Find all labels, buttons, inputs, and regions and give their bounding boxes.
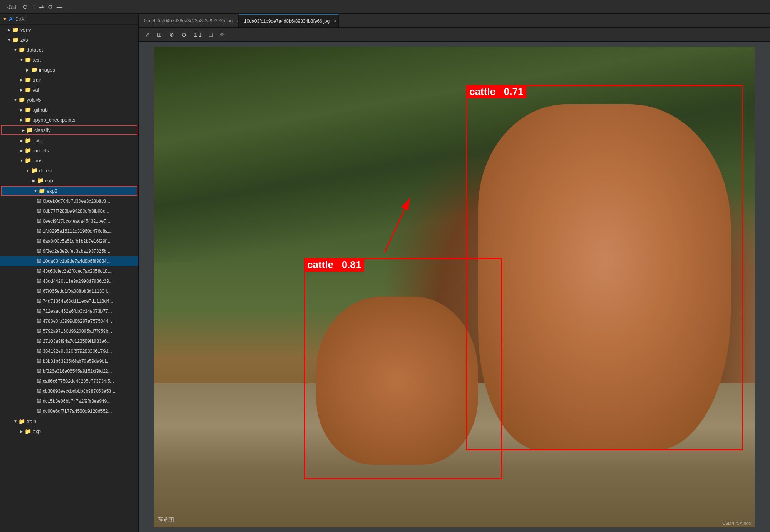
tree-node-yolov5[interactable]: ▼ 📁 yolov5 xyxy=(0,95,138,105)
fullscreen-icon[interactable]: ⤢ xyxy=(142,30,152,39)
file-icon-19: 🖼 xyxy=(37,379,41,384)
tree-node-models[interactable]: ▶ 📁 models xyxy=(0,145,138,155)
tree-file-9[interactable]: 🖼 43dd4420c11e9a2998d7936c29... xyxy=(0,276,138,286)
tree-node-val[interactable]: ▶ 📁 val xyxy=(0,85,138,95)
chevron-down-icon-yolov5: ▼ xyxy=(12,98,18,102)
tree-file-4[interactable]: 🖼 1fd8295e16111c31960d476c8a... xyxy=(0,226,138,236)
chevron-right-icon-classify: ▶ xyxy=(20,128,26,132)
arrow-down-icon: ▼ xyxy=(2,16,7,22)
tree-node-images[interactable]: ▶ 📁 images xyxy=(0,65,138,75)
file-icon-22: 🖼 xyxy=(37,409,41,414)
zoom-out-icon[interactable]: ⊖ xyxy=(179,30,189,39)
folder-icon-models: 📁 xyxy=(25,147,31,153)
tree-file-15[interactable]: 🖼 27103a9f94a7c123589f1983a6... xyxy=(0,336,138,346)
main-layout: ▼ AI D:\AI ▶ 📁 venv ▼ 📁 zxs xyxy=(0,14,770,532)
menu-icon-minimize[interactable]: — xyxy=(55,2,64,11)
tree-node-dataset[interactable]: ▼ 📁 dataset xyxy=(0,45,138,55)
tab-second-image[interactable]: 10da03fc1b9de7a4d8b6f89834b8fe66.jpg ✕ xyxy=(239,14,339,27)
tree-file-17[interactable]: 🖼 b3b31b63235f6fab70a59da9b1... xyxy=(0,356,138,366)
tree-node-exp2[interactable]: ▼ 📁 exp2 xyxy=(1,186,137,196)
file-icon-14: 🖼 xyxy=(37,329,41,334)
file-tree: ▶ 📁 venv ▼ 📁 zxs ▼ 📁 dataset ▼ xyxy=(0,25,138,436)
tree-file-7-selected[interactable]: 🖼 10da03fc1b9de7a4d8b6f89834... xyxy=(0,256,138,266)
tree-file-10[interactable]: 🖼 67f065edd1f0a388bb8d111304... xyxy=(0,286,138,296)
menu-project[interactable]: 项目 xyxy=(3,2,21,12)
chevron-right-icon-exp: ▶ xyxy=(31,178,37,183)
tree-file-21[interactable]: 🖼 dc15b3e86bb747a2f9fb3ee949... xyxy=(0,396,138,406)
photo-container: cattle 0.71 cattle 0.81 xyxy=(154,47,755,527)
tree-node-zxs[interactable]: ▼ 📁 zxs xyxy=(0,35,138,45)
menu-icon-settings[interactable]: ⚙ xyxy=(46,2,55,12)
file-icon-3: 🖼 xyxy=(37,219,41,223)
chevron-down-icon-runs: ▼ xyxy=(18,158,25,163)
folder-icon-yolov5: 📁 xyxy=(18,97,25,103)
zoom-in-icon[interactable]: ⊕ xyxy=(167,30,176,39)
tree-node-venv[interactable]: ▶ 📁 venv xyxy=(0,25,138,35)
menu-icon-grid[interactable]: ⊕ xyxy=(21,2,30,12)
menu-icon-list[interactable]: ≡ xyxy=(30,2,37,11)
folder-icon-zxs: 📁 xyxy=(12,37,19,43)
tree-node-classify[interactable]: ▶ 📁 classify xyxy=(1,125,137,135)
chevron-right-icon-val: ▶ xyxy=(18,88,25,92)
tree-node-train-dataset[interactable]: ▶ 📁 train xyxy=(0,75,138,85)
folder-icon-train-zxs: 📁 xyxy=(18,418,25,424)
tree-node-exp-train[interactable]: ▶ 📁 exp xyxy=(0,426,138,436)
tab-second-close-icon[interactable]: ✕ xyxy=(333,18,337,23)
file-icon-6: 🖼 xyxy=(37,249,41,253)
tree-file-20[interactable]: 🖼 cb30893eeccbdbbb8b987053e53... xyxy=(0,386,138,396)
tree-node-train-zxs[interactable]: ▼ 📁 train xyxy=(0,416,138,426)
chevron-down-icon-train-zxs: ▼ xyxy=(12,419,18,424)
zoom-reset-icon[interactable]: 1:1 xyxy=(192,30,204,39)
file-icon-5: 🖼 xyxy=(37,239,41,243)
folder-icon-val: 📁 xyxy=(25,87,31,93)
tree-file-8[interactable]: 🖼 43c63cfec2a2f0cec7ac2058c18... xyxy=(0,266,138,276)
grid-icon[interactable]: ⊞ xyxy=(155,30,164,39)
tree-file-14[interactable]: 🖼 5792a97160d9620095ad7f959b... xyxy=(0,326,138,336)
watermark: CSDN @AI/Mg xyxy=(722,521,751,525)
tab-first-image[interactable]: 0bceb0d704b7d38ea3c23b8c3c9e2e2b.jpg ✕ xyxy=(139,14,239,27)
folder-icon-exp-train: 📁 xyxy=(25,428,31,434)
tree-file-5[interactable]: 🖼 8aa8f00c5a51cfb1b2b7e16f29f... xyxy=(0,236,138,246)
tree-file-2[interactable]: 🖼 0db77f7288ba94280cfb8fb98d... xyxy=(0,206,138,216)
file-icon-9: 🖼 xyxy=(37,279,41,284)
tree-file-6[interactable]: 🖼 9f3ed2e3e2cfec3aba1937325b... xyxy=(0,246,138,256)
tree-node-detect[interactable]: ▼ 📁 detect xyxy=(0,165,138,175)
file-icon-13: 🖼 xyxy=(37,319,41,324)
chevron-right-icon-ipynb: ▶ xyxy=(18,118,25,122)
chevron-right-icon-exp-train: ▶ xyxy=(18,429,25,434)
tree-file-16[interactable]: 🖼 384192e9c020f679283306179d... xyxy=(0,346,138,356)
tree-file-1[interactable]: 🖼 0bceb0d704b7d38ea3c23b8c3... xyxy=(0,196,138,206)
ai-label: AI xyxy=(9,16,14,22)
tree-file-12[interactable]: 🖼 712eaad452a6fbb3c14e073b77... xyxy=(0,306,138,316)
tree-node-exp[interactable]: ▶ 📁 exp xyxy=(0,175,138,185)
tree-file-18[interactable]: 🖼 bf326e316a06545a9151cf9fd22... xyxy=(0,366,138,376)
folder-icon-ipynb: 📁 xyxy=(25,117,31,123)
file-icon-20: 🖼 xyxy=(37,389,41,394)
tree-node-ipynb[interactable]: ▶ 📁 .ipynb_checkpoints xyxy=(0,115,138,125)
detection-box-large xyxy=(466,85,743,450)
folder-icon-runs: 📁 xyxy=(25,157,31,163)
tree-node-runs[interactable]: ▼ 📁 runs xyxy=(0,155,138,165)
folder-icon: 📁 xyxy=(12,27,19,33)
tree-node-github[interactable]: ▶ 📁 .github xyxy=(0,105,138,115)
chevron-right-icon: ▶ xyxy=(6,28,12,32)
chevron-down-icon: ▼ xyxy=(6,38,12,42)
tree-file-11[interactable]: 🖼 74d71364a63dd11ece7d1118d4... xyxy=(0,296,138,306)
file-icon-8: 🖼 xyxy=(37,269,41,274)
folder-icon-images: 📁 xyxy=(31,67,37,73)
tree-file-13[interactable]: 🖼 4783e0fb3999d86297a7575044... xyxy=(0,316,138,326)
draw-icon[interactable]: ✏ xyxy=(218,30,227,39)
menu-icon-swap[interactable]: ⇌ xyxy=(37,2,46,12)
chevron-right-icon-data: ▶ xyxy=(18,138,25,143)
tab-first-image-label: 0bceb0d704b7d38ea3c23b8c3c9e2e2b.jpg xyxy=(144,18,233,23)
detection-label-small: cattle 0.81 xyxy=(304,258,364,272)
tree-file-22[interactable]: 🖼 dc90e6df7177a4580d9120d552... xyxy=(0,406,138,416)
tree-file-3[interactable]: 🖼 0eecf9f17bcc4eada454321be7... xyxy=(0,216,138,226)
tree-node-data[interactable]: ▶ 📁 data xyxy=(0,135,138,145)
tree-node-test[interactable]: ▼ 📁 test xyxy=(0,55,138,65)
chevron-down-icon-exp2: ▼ xyxy=(32,189,38,193)
folder-icon-detect: 📁 xyxy=(31,167,37,173)
folder-icon-exp: 📁 xyxy=(37,177,44,183)
fit-icon[interactable]: □ xyxy=(207,30,214,39)
tree-file-19[interactable]: 🖼 ca86c677582dd48205c773734f5... xyxy=(0,376,138,386)
